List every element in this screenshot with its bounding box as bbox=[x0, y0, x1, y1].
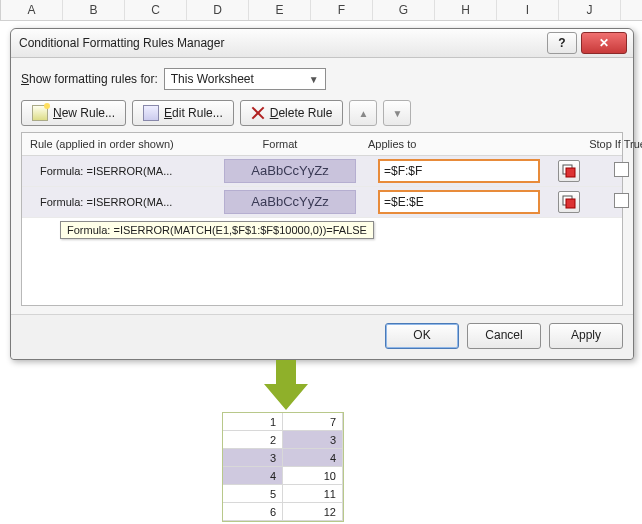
col-header[interactable]: A bbox=[1, 0, 63, 20]
col-header[interactable]: G bbox=[373, 0, 435, 20]
col-header[interactable]: E bbox=[249, 0, 311, 20]
column-header-row: A B C D E F G H I J K bbox=[0, 0, 642, 21]
col-header[interactable]: F bbox=[311, 0, 373, 20]
col-header[interactable]: B bbox=[63, 0, 125, 20]
col-header[interactable]: D bbox=[187, 0, 249, 20]
col-header[interactable]: H bbox=[435, 0, 497, 20]
col-header[interactable]: J bbox=[559, 0, 621, 20]
col-header[interactable]: I bbox=[497, 0, 559, 20]
col-header[interactable]: K bbox=[621, 0, 642, 20]
col-header[interactable]: C bbox=[125, 0, 187, 20]
